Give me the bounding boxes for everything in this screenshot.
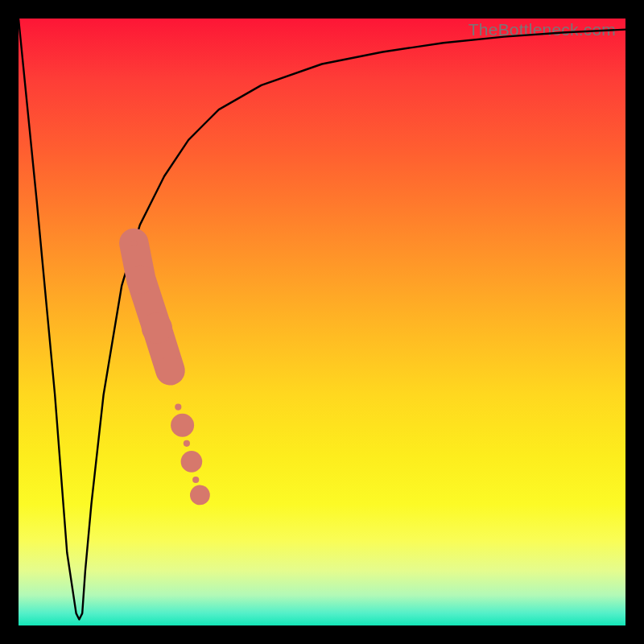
highlight-point bbox=[127, 266, 155, 294]
chart-frame: TheBottleneck.com bbox=[0, 0, 644, 644]
highlight-point bbox=[142, 312, 172, 343]
highlight-point bbox=[156, 357, 184, 385]
highlight-point bbox=[171, 414, 194, 437]
bottleneck-curve-line bbox=[19, 19, 625, 620]
highlight-bar bbox=[134, 243, 170, 370]
highlight-point bbox=[175, 404, 181, 411]
highlight-point bbox=[190, 485, 210, 506]
highlight-point bbox=[192, 477, 199, 483]
highlight-point bbox=[184, 440, 190, 447]
chart-svg bbox=[19, 19, 625, 625]
highlight-points-group bbox=[127, 240, 210, 505]
plot-area: TheBottleneck.com bbox=[19, 19, 625, 625]
highlight-point bbox=[130, 240, 137, 246]
highlight-point bbox=[181, 451, 203, 473]
